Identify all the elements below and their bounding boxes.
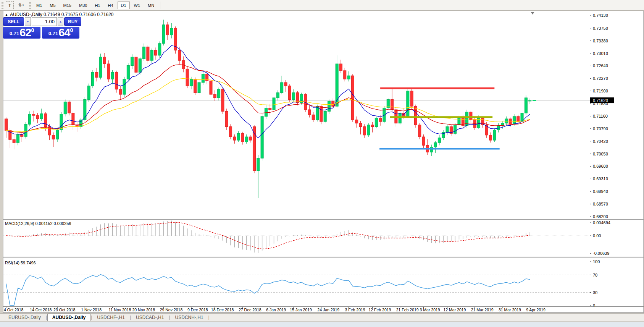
- toolbar-grip-handle[interactable]: [29, 2, 31, 9]
- date-tick-label: 24 Jan 2019: [317, 308, 339, 312]
- timeframe-button-m1[interactable]: M1: [33, 2, 45, 9]
- chart-window-background: [3, 11, 644, 312]
- chart-tabs-bar: EURUSD-,Daily|AUDUSD-,Daily|USDCHF-,H1|U…: [0, 313, 644, 321]
- arrows-tool-icon[interactable]: ⇅ ▾: [15, 2, 27, 9]
- sell-price-big-digits: 62: [19, 27, 31, 38]
- sell-price-pipette: 0: [31, 28, 34, 33]
- volume-input[interactable]: 1.00: [32, 17, 57, 26]
- current-price-label: 0.71620: [593, 98, 608, 103]
- rsi-axis-label: 100: [593, 259, 600, 264]
- chevron-down-icon: ▾: [23, 3, 24, 7]
- tab-separator: |: [169, 315, 170, 320]
- tab-separator: |: [46, 315, 47, 320]
- date-tick-label: 9 Apr 2019: [526, 308, 546, 312]
- chart-tab-usdcad-h1[interactable]: USDCAD-,H1: [131, 314, 168, 321]
- price-tick-label: 0.70050: [593, 152, 608, 156]
- chart-title: AUDUSD-,Daily 0.71649 0.71675 0.71606 0.…: [10, 12, 114, 17]
- rsi-axis-label: 70: [593, 273, 597, 277]
- trade-panel-price-row: 0.71 62 0 0.71 64 0: [3, 27, 81, 39]
- macd-axis-label: -0.00639: [593, 251, 609, 256]
- date-tick-label: 11 Nov 2018: [109, 308, 131, 312]
- macd-indicator-label: MACD(12,26,9) 0.001152 0.000256: [5, 221, 71, 226]
- sell-button[interactable]: SELL: [3, 17, 24, 26]
- price-tick-label: 0.70790: [593, 126, 608, 131]
- price-tick-label: 0.73010: [593, 51, 608, 56]
- sell-price-display[interactable]: 0.71 62 0: [3, 27, 40, 39]
- date-tick-label: 20 Nov 2018: [132, 308, 155, 312]
- chart-tab-eurusd-daily[interactable]: EURUSD-,Daily: [4, 314, 45, 321]
- toolbar-grip-handle[interactable]: [2, 2, 3, 9]
- timeframe-button-h4[interactable]: H4: [104, 2, 116, 9]
- date-tick-label: 15 Jan 2019: [290, 308, 312, 312]
- buy-price-display[interactable]: 0.71 64 0: [42, 27, 79, 39]
- date-tick-label: 4 Oct 2018: [4, 308, 24, 312]
- text-tool-icon[interactable]: T: [6, 1, 14, 9]
- tab-separator: |: [91, 315, 92, 320]
- date-tick-label: 21 Feb 2019: [396, 308, 419, 312]
- macd-axis-label: 0.00: [593, 233, 601, 238]
- volume-decrease-button[interactable]: ▼: [25, 17, 31, 26]
- date-tick-label: 3 Feb 2019: [345, 308, 365, 312]
- sort-arrows-icon: ⇅: [18, 3, 21, 8]
- tab-separator: |: [130, 315, 131, 320]
- status-bar: [0, 322, 644, 327]
- timeframe-button-h1[interactable]: H1: [91, 2, 103, 9]
- toolbar-separator: [160, 2, 160, 9]
- rsi-indicator-label: RSI(14) 59.7496: [5, 261, 36, 265]
- buy-price-big-digits: 64: [58, 27, 70, 38]
- price-tick-label: 0.73380: [593, 39, 608, 43]
- date-tick-label: 6 Jan 2019: [266, 308, 286, 312]
- chart-area[interactable]: 0.741300.737500.733800.730100.726400.722…: [0, 0, 644, 327]
- date-tick-label: 18 Dec 2018: [211, 308, 234, 312]
- date-tick-label: 21 Mar 2019: [471, 308, 494, 312]
- sell-price-prefix: 0.71: [10, 29, 19, 38]
- price-tick-label: 0.73750: [593, 26, 608, 31]
- price-tick-label: 0.68940: [593, 189, 608, 194]
- price-tick-label: 0.68570: [593, 202, 608, 206]
- buy-button[interactable]: BUY: [64, 17, 81, 26]
- buy-price-pipette: 0: [70, 28, 73, 33]
- date-tick-label: 27 Dec 2018: [239, 308, 261, 312]
- timeframe-button-m30[interactable]: M30: [76, 2, 90, 9]
- date-tick-label: 31 Mar 2019: [499, 308, 521, 312]
- price-tick-label: 0.74130: [593, 13, 608, 18]
- last-price-marker-icon: [533, 100, 536, 101]
- timeframe-button-m5[interactable]: M5: [46, 2, 59, 9]
- rsi-axis-label: 0: [593, 303, 595, 308]
- price-tick-label: 0.71160: [593, 114, 608, 118]
- price-tick-label: 0.71900: [593, 89, 608, 93]
- rsi-axis-label: 30: [593, 290, 597, 295]
- date-tick-label: 3 Mar 2019: [420, 308, 440, 312]
- price-tick-label: 0.72640: [593, 63, 608, 68]
- timeframe-button-mn[interactable]: MN: [144, 2, 158, 9]
- date-tick-label: 14 Oct 2018: [30, 308, 52, 312]
- date-tick-label: 12 Feb 2019: [368, 308, 391, 312]
- chart-tab-audusd-daily[interactable]: AUDUSD-,Daily: [47, 314, 90, 321]
- timeframe-button-m15[interactable]: M15: [60, 2, 75, 9]
- timeframe-button-w1[interactable]: W1: [131, 2, 144, 9]
- price-tick-label: 0.72270: [593, 76, 608, 81]
- date-tick-label: 9 Dec 2018: [187, 308, 208, 312]
- price-tick-label: 0.68200: [593, 214, 608, 219]
- chart-tab-usdchf-h1[interactable]: USDCHF-,H1: [92, 314, 129, 321]
- date-tick-label: 12 Mar 2019: [444, 308, 466, 312]
- panel-collapse-icon[interactable]: ▲: [5, 13, 8, 16]
- price-tick-label: 0.70420: [593, 139, 608, 144]
- one-click-trading-panel: SELL ▼ 1.00 ▲ BUY 0.71 62 0 0.71 64 0: [3, 17, 81, 39]
- top-toolbar: T ⇅ ▾ M1M5M15M30H1H4D1W1MN: [0, 0, 644, 11]
- date-tick-label: 23 Oct 2018: [53, 308, 75, 312]
- timeframe-button-d1[interactable]: D1: [118, 2, 130, 9]
- date-tick-label: 1 Nov 2018: [81, 308, 102, 312]
- chart-tab-usdcnh-h1[interactable]: USDCNH-,H1: [171, 314, 208, 321]
- timeframe-button-group: M1M5M15M30H1H4D1W1MN: [32, 2, 158, 9]
- price-tick-label: 0.69680: [593, 164, 608, 168]
- tab-separator: |: [208, 315, 210, 320]
- macd-axis-label: 0.004694: [593, 220, 610, 225]
- trade-panel-top-row: SELL ▼ 1.00 ▲ BUY: [3, 17, 81, 26]
- date-tick-label: 29 Nov 2018: [160, 308, 183, 312]
- volume-increase-button[interactable]: ▲: [58, 17, 63, 26]
- buy-price-prefix: 0.71: [48, 29, 58, 38]
- price-tick-label: 0.69310: [593, 176, 608, 181]
